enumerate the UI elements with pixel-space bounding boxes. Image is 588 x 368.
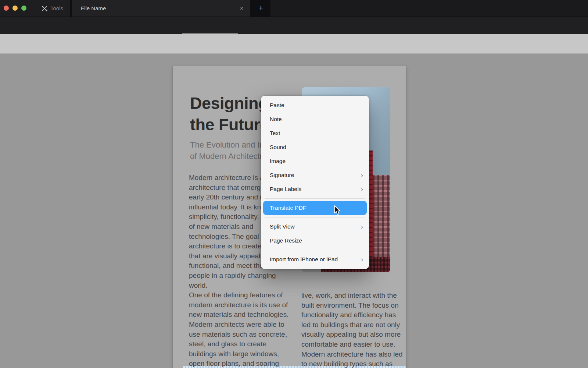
tools-icon <box>41 5 48 12</box>
main-toolbar: 100% − + A Annotate T| Edit Scan & OCR E… <box>0 17 588 34</box>
title-line: the Future <box>190 114 269 135</box>
menu-item-page-labels[interactable]: Page Labels › <box>261 182 369 196</box>
menu-item-sound[interactable]: Sound <box>261 140 369 154</box>
menu-separator <box>265 198 365 199</box>
text-line: Modern architecture has also led <box>301 350 403 360</box>
text-line: steel, and glass to create <box>189 339 293 349</box>
document-tab[interactable]: File Name × <box>72 0 250 17</box>
menu-item-paste[interactable]: Paste <box>261 98 369 112</box>
traffic-light-minimize[interactable] <box>12 6 18 11</box>
text-line: modern architecture is its use of <box>189 300 293 310</box>
text-line: use materials such as concrete, <box>189 330 293 340</box>
chevron-right-icon: › <box>361 220 363 234</box>
menu-item-page-resize[interactable]: Page Resize <box>261 234 369 248</box>
context-menu: Paste Note Text Sound Image Signature › … <box>261 96 369 269</box>
text-line: live, work, and interact with the <box>301 291 403 301</box>
text-line: Modern architects were able to <box>189 320 293 330</box>
tools-button[interactable]: Tools <box>41 0 63 17</box>
text-column-right: live, work, and interact with thebuilt e… <box>301 291 403 368</box>
text-line: world. <box>189 281 293 291</box>
tab-close-icon[interactable]: × <box>240 0 243 17</box>
title-bar: Tools File Name × + <box>0 0 588 17</box>
text-line: One of the defining features of <box>189 290 293 300</box>
text-line: visually appealing but also more <box>301 330 403 340</box>
titlebar-right-area <box>270 0 588 17</box>
text-line: buildings with large windows, <box>189 349 293 359</box>
tools-label: Tools <box>50 5 63 11</box>
mouse-cursor <box>333 205 341 217</box>
text-line: comfortable and easier to use. <box>301 340 403 350</box>
menu-item-translate-pdf[interactable]: Translate PDF <box>263 201 367 215</box>
text-line: functionality and efficiency has <box>301 310 403 320</box>
document-title: Designing the Future <box>190 93 269 135</box>
menu-item-signature[interactable]: Signature › <box>261 168 369 182</box>
text-line: to new building types such as <box>301 359 403 368</box>
traffic-light-close[interactable] <box>4 6 9 11</box>
text-line: led to buildings that are not only <box>301 320 403 330</box>
chevron-right-icon: › <box>361 252 363 266</box>
text-line: new materials and technologies. <box>189 310 293 320</box>
menu-item-split-view[interactable]: Split View › <box>261 220 369 234</box>
traffic-light-zoom[interactable] <box>21 6 26 11</box>
cursor-arrow-icon <box>333 205 341 216</box>
annotate-toolbar: A A A T <box>0 34 588 54</box>
title-line: Designing <box>190 93 269 114</box>
menu-separator <box>265 217 365 217</box>
menu-item-note[interactable]: Note <box>261 112 369 126</box>
menu-item-image[interactable]: Image <box>261 154 369 168</box>
text-line: built environment. The focus on <box>301 301 403 311</box>
chevron-right-icon: › <box>361 182 363 196</box>
chevron-right-icon: › <box>361 168 363 182</box>
text-line: open floor plans, and soaring <box>189 359 293 368</box>
text-line: people in a rapidly changing <box>189 271 293 281</box>
menu-item-import-from-iphone-or-ipad[interactable]: Import from iPhone or iPad › <box>261 252 369 266</box>
document-tab-title: File Name <box>81 0 106 17</box>
menu-separator <box>265 250 365 250</box>
new-tab-button[interactable]: + <box>253 0 269 17</box>
menu-item-text[interactable]: Text <box>261 126 369 140</box>
